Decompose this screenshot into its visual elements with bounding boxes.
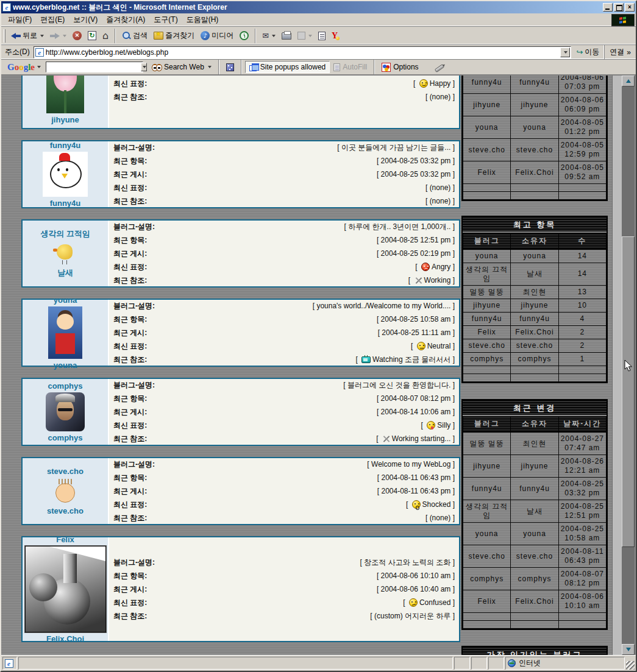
resize-grip[interactable] xyxy=(626,661,635,670)
google-search-input[interactable] xyxy=(46,63,141,71)
bird-avatar[interactable] xyxy=(53,241,77,266)
links-bar[interactable]: 연결» xyxy=(604,45,635,59)
chevron-down-icon xyxy=(143,66,146,68)
options-button[interactable]: Options xyxy=(378,62,422,73)
table-cell: funny4u xyxy=(511,76,558,94)
bracket-open: [ xyxy=(421,421,423,430)
bracket-close: ] xyxy=(453,197,455,205)
mail-button[interactable]: ✉ xyxy=(259,30,279,41)
felix-avatar[interactable] xyxy=(25,546,106,632)
popup-blocker-button[interactable]: Site popups allowed xyxy=(245,61,330,73)
blog-name-link[interactable]: youna xyxy=(54,295,77,305)
bracket-open: [ xyxy=(377,157,379,165)
menu-view[interactable]: 보기(V) xyxy=(69,13,102,26)
youna-avatar[interactable] xyxy=(48,306,82,359)
page-info-button[interactable] xyxy=(222,62,238,73)
blog-owner-link[interactable]: steve.cho xyxy=(47,506,84,515)
table-cell: Felix xyxy=(463,161,511,184)
blog-name-link[interactable]: Felix xyxy=(56,535,74,544)
bracket-open: [ xyxy=(378,328,380,337)
media-button[interactable]: ♪미디어 xyxy=(198,29,237,42)
print-button[interactable] xyxy=(279,31,294,41)
field-value-text: Neutral xyxy=(427,342,451,350)
blog-name-link[interactable]: 생각의 끄적임 xyxy=(40,228,90,239)
bracket-close: ] xyxy=(453,598,455,607)
table-cell xyxy=(558,184,606,192)
google-logo[interactable]: Google xyxy=(4,62,36,73)
scroll-up-button[interactable] xyxy=(622,76,635,87)
recent-entry-row: 최근 항목:[ 2004-08-11 06:43 pm ] xyxy=(113,471,455,484)
menu-help[interactable]: 도움말(H) xyxy=(182,13,223,26)
table-cell: 2004-08-05 09:52 am xyxy=(558,161,606,184)
chicken-avatar[interactable] xyxy=(43,152,88,197)
autofill-button[interactable]: AutoFill xyxy=(330,62,371,73)
blog-owner-link[interactable]: funny4u xyxy=(50,199,81,208)
address-input[interactable] xyxy=(46,48,561,57)
address-dropdown-button[interactable] xyxy=(560,48,570,57)
go-button[interactable]: ↪ 이동 xyxy=(571,47,604,57)
highlighter-button[interactable] xyxy=(431,64,448,70)
blog-owner-link[interactable]: 날새 xyxy=(57,267,73,278)
page-viewport: jihyune최근 항목:[ 어제-12:21 am ]최근 게시:[ 어제-1… xyxy=(1,76,636,655)
blog-card: younayouna블러그-설명:[ youna's world../Wealc… xyxy=(21,299,460,367)
bracket-close: ] xyxy=(453,157,455,165)
blog-name-link[interactable]: comphys xyxy=(48,381,82,391)
menu-file[interactable]: 파일(F) xyxy=(4,13,36,26)
field-label: 최신 표정: xyxy=(113,420,147,431)
edit-button[interactable] xyxy=(294,30,315,41)
minimize-button[interactable] xyxy=(603,3,613,12)
favorites-button[interactable]: 즐겨찾기 xyxy=(151,29,198,42)
bracket-open: [ xyxy=(360,558,362,567)
bracket-close: ] xyxy=(453,571,455,580)
history-button[interactable] xyxy=(237,30,252,41)
table-cell: 2004-08-25 12:51 pm xyxy=(558,500,606,523)
top-items-table: 최고 항목블러그소유자수younayouna14생각의 끄적임날새14멀뚱 멀뚱… xyxy=(461,216,608,383)
address-bar: 주소(D) e ↪ 이동 연결» xyxy=(1,45,636,60)
discuss-button[interactable] xyxy=(315,30,329,41)
bracket-open: [ xyxy=(377,487,379,495)
field-label: 최신 표정: xyxy=(113,341,147,352)
toolbar-grip[interactable] xyxy=(4,29,5,43)
page-background: jihyune최근 항목:[ 어제-12:21 am ]최근 게시:[ 어제-1… xyxy=(1,76,612,655)
back-button[interactable]: 뒤로 xyxy=(8,29,47,42)
blog-owner-link[interactable]: youna xyxy=(54,361,77,370)
blog-name-link[interactable]: steve.cho xyxy=(47,467,84,476)
scrollbar-thumb[interactable] xyxy=(622,236,635,547)
search-button[interactable]: 검색 xyxy=(119,29,151,42)
page-icon: e xyxy=(35,48,44,57)
search-web-button[interactable]: Search Web xyxy=(148,62,215,73)
menu-tools[interactable]: 도구(T) xyxy=(149,13,182,26)
table-cell xyxy=(463,192,511,200)
refresh-button[interactable]: ↻ xyxy=(85,30,99,41)
forward-button[interactable] xyxy=(47,31,69,41)
bracket-close: ] xyxy=(453,170,455,179)
google-search-dropdown[interactable] xyxy=(141,63,147,71)
table-row: 멀뚱 멀뚱최인현2004-08-27 07:47 am xyxy=(463,432,607,455)
stop-button[interactable]: ✕ xyxy=(69,30,85,41)
google-logo-caret[interactable] xyxy=(37,66,41,68)
sidebar: funny4ufunny4u2004-08-06 07:03 pmjihyune… xyxy=(461,76,608,655)
mail-dropdown-caret[interactable] xyxy=(272,35,276,37)
back-dropdown-caret[interactable] xyxy=(40,35,44,37)
search-web-caret[interactable] xyxy=(208,66,212,68)
blog-name-link[interactable]: funny4u xyxy=(50,141,81,150)
blog-owner-link[interactable]: comphys xyxy=(48,433,82,442)
forward-dropdown-caret[interactable] xyxy=(63,35,66,37)
restore-button[interactable] xyxy=(614,3,624,12)
blog-owner-link[interactable]: jihyune xyxy=(51,115,79,124)
field-value-text: 2004-08-11 06:43 pm xyxy=(381,487,450,495)
comphys-avatar[interactable] xyxy=(46,392,85,431)
home-button[interactable]: ⌂ xyxy=(99,30,112,42)
menu-edit[interactable]: 편집(E) xyxy=(36,13,69,26)
edit-dropdown-caret[interactable] xyxy=(308,35,312,37)
messenger-button[interactable]: Y xyxy=(329,30,341,41)
windows-flag-icon xyxy=(619,16,627,23)
menu-favorites[interactable]: 즐겨찾기(A) xyxy=(102,13,149,26)
bracket-open: [ xyxy=(344,222,346,231)
lotus-avatar[interactable] xyxy=(46,76,84,113)
scroll-down-button[interactable] xyxy=(622,644,635,655)
steve-avatar[interactable] xyxy=(53,478,77,504)
bracket-close: ] xyxy=(453,473,455,482)
close-button[interactable]: × xyxy=(625,3,635,12)
blog-owner-link[interactable]: Felix.Choi xyxy=(46,634,84,643)
